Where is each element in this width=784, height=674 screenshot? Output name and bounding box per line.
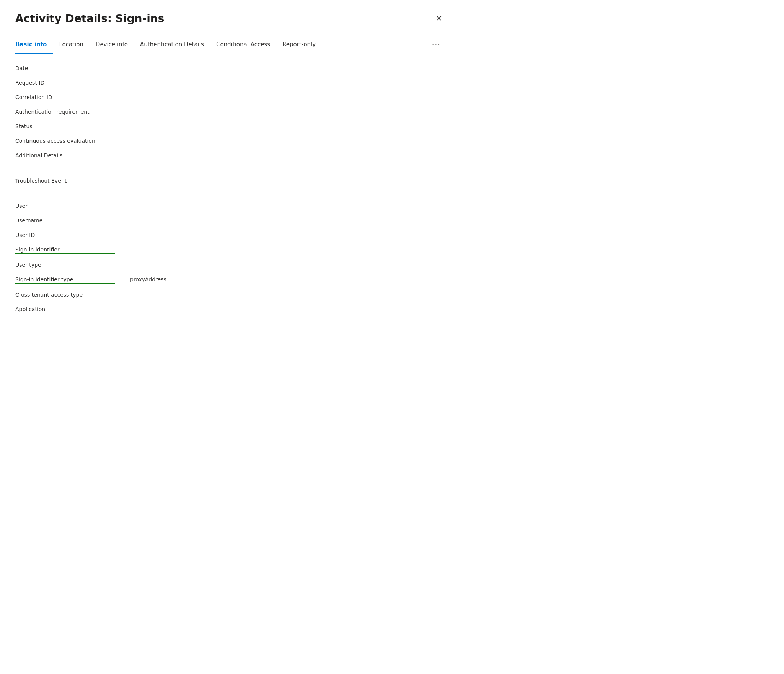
tab-device-info[interactable]: Device info	[90, 36, 134, 54]
activity-details-dialog: Activity Details: Sign-ins ✕ Basic info …	[0, 0, 459, 674]
field-row-application: Application	[15, 302, 444, 317]
field-label-troubleshoot: Troubleshoot Event	[15, 178, 115, 184]
field-label-user: User	[15, 203, 115, 209]
tabs-more-button[interactable]: ···	[429, 36, 444, 55]
field-row-user-id: User ID	[15, 228, 444, 243]
field-label-continuous-access: Continuous access evaluation	[15, 138, 115, 144]
field-row-user-type: User type	[15, 258, 444, 273]
tab-conditional-access[interactable]: Conditional Access	[210, 36, 276, 54]
field-label-request-id: Request ID	[15, 80, 115, 86]
field-row-cross-tenant: Cross tenant access type	[15, 288, 444, 302]
field-label-username: Username	[15, 217, 115, 224]
tab-location[interactable]: Location	[53, 36, 89, 54]
field-label-status: Status	[15, 123, 115, 129]
field-label-signin-identifier: Sign-in identifier	[15, 246, 115, 254]
field-label-cross-tenant: Cross tenant access type	[15, 292, 115, 298]
field-label-correlation-id: Correlation ID	[15, 94, 115, 100]
field-label-application: Application	[15, 306, 115, 312]
dialog-header: Activity Details: Sign-ins ✕	[15, 12, 444, 25]
field-row-troubleshoot: Troubleshoot Event	[15, 174, 444, 188]
field-label-user-id: User ID	[15, 232, 115, 238]
field-row-user: User	[15, 199, 444, 214]
field-label-auth-requirement: Authentication requirement	[15, 109, 115, 115]
field-row-date: Date	[15, 61, 444, 76]
field-row-username: Username	[15, 214, 444, 228]
spacer-2	[15, 188, 444, 199]
dialog-title: Activity Details: Sign-ins	[15, 12, 164, 25]
field-row-status: Status	[15, 119, 444, 134]
field-row-additional-details: Additional Details	[15, 149, 444, 163]
tab-basic-info[interactable]: Basic info	[15, 36, 53, 54]
field-row-signin-identifier-type: Sign-in identifier type proxyAddress	[15, 273, 444, 288]
field-label-user-type: User type	[15, 262, 115, 268]
tabs-container: Basic info Location Device info Authenti…	[15, 36, 444, 55]
close-button[interactable]: ✕	[434, 12, 444, 24]
field-row-request-id: Request ID	[15, 76, 444, 90]
field-label-signin-identifier-type: Sign-in identifier type	[15, 276, 115, 284]
field-label-additional-details: Additional Details	[15, 152, 115, 158]
tab-authentication-details[interactable]: Authentication Details	[134, 36, 210, 54]
field-row-continuous-access: Continuous access evaluation	[15, 134, 444, 149]
tab-report-only[interactable]: Report-only	[276, 36, 322, 54]
field-row-correlation-id: Correlation ID	[15, 90, 444, 105]
field-label-date: Date	[15, 65, 115, 71]
field-value-signin-identifier-type: proxyAddress	[130, 276, 166, 282]
field-row-auth-requirement: Authentication requirement	[15, 105, 444, 119]
tab-content: Date Request ID Correlation ID Authentic…	[15, 55, 444, 317]
spacer-1	[15, 163, 444, 174]
field-row-signin-identifier: Sign-in identifier	[15, 243, 444, 258]
